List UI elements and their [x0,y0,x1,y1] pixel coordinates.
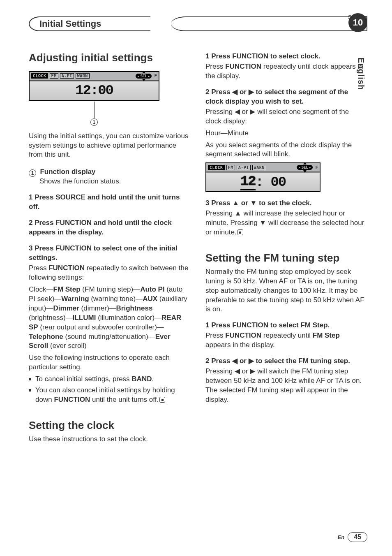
right-clock-step-2-desc3: As you select segments of the clock disp… [205,141,366,160]
left-step-3-desc2: Use the following instructions to operat… [29,353,189,372]
left-step-3: 3 Press FUNCTION to select one of the in… [29,244,189,263]
footer-lang: En [338,534,345,540]
right-clock-step-1: 1 Press FUNCTION to select clock. [205,52,366,61]
bullet-cancel-band: To cancel initial settings, press BAND. [29,375,189,384]
lcd-time-readout: 12:00 [30,81,159,100]
left-step-1: 1 Press SOURCE and hold until the unit t… [29,193,189,212]
callout-circle-1-icon: 1 [90,118,98,126]
down-arrow-icon [142,79,145,81]
right-clock-step-3-desc: Pressing ▲ will increase the selected ho… [205,209,366,237]
lcd2-tag-fm: FM [226,165,235,170]
section-end-icon [238,229,243,235]
lcd2-f-label: F [315,165,318,170]
section-end-icon [159,397,165,403]
sel-indicator: ▸SEL▸ [297,165,313,170]
lcd2-tag-clock: CLOCK [208,165,225,170]
up-arrow-icon [303,162,307,164]
lcd-tag-warn: WARN [76,73,90,79]
lcd2-time-readout: 12: 00 [206,172,320,191]
fm-intro: Normally the FM tuning step employed by … [205,267,366,315]
display-illustration-2: CLOCK FM A-PI WARN ▸SEL▸ F 12: 00 [205,162,321,192]
fm-step-2: 2 Press ◀ or ▶ to select the FM tuning s… [205,357,366,366]
heading-setting-the-clock: Setting the clock [29,419,189,431]
language-side-label: English [356,58,366,90]
right-column: 1 Press FUNCTION to select clock. Press … [205,52,366,447]
header-tab-row: Initial Settings 10 [29,16,367,31]
right-clock-step-3: 3 Press ▲ or ▼ to set the clock. [205,199,366,208]
heading-adjusting-initial-settings: Adjusting initial settings [29,52,189,64]
lcd-tag-api: A-PI [60,73,74,79]
header-tab-right [171,16,367,31]
callout-number-icon: 1 [29,169,36,177]
right-clock-step-1-desc: Press FUNCTION repeatedly until clock ap… [205,62,366,81]
bullet-icon [29,389,31,392]
callout-function-display-desc: Shows the function status. [39,177,189,186]
right-clock-step-2-desc2: Hour—Minute [205,129,366,138]
right-clock-step-2: 2 Press ◀ or ▶ to select the segment of … [205,88,366,107]
lcd2-tag-api: A-PI [237,165,251,170]
sel-indicator: ▸SEL▸ [136,74,152,79]
settings-sequence-list: Clock—FM Step (FM tuning step)—Auto PI (… [29,285,189,351]
down-arrow-icon [303,170,307,173]
right-clock-step-2-desc1: Pressing ◀ or ▶ will select one segment … [205,107,366,126]
section-number-badge: 10 [348,13,367,32]
bullet-cancel-function: You can also cancel initial settings by … [29,386,189,405]
bullet-icon [29,378,31,380]
page-footer: En 45 [338,532,367,542]
fm-step-1: 1 Press FUNCTION to select FM Step. [205,321,366,330]
lcd-tag-fm: FM [50,73,58,79]
section-title-tab: Initial Settings [29,16,150,31]
intro-paragraph: Using the initial settings, you can cust… [29,132,189,160]
clock-intro: Use these instructions to set the clock. [29,435,189,444]
up-arrow-icon [142,71,145,73]
fm-step-1-desc: Press FUNCTION repeatedly until FM Step … [205,331,366,350]
heading-setting-fm-tuning-step: Setting the FM tuning step [205,252,366,264]
left-step-2: 2 Press FUNCTION and hold until the cloc… [29,218,189,237]
lcd-f-label: F [154,73,157,79]
left-column: Adjusting initial settings CLOCK FM A-PI… [29,52,189,447]
left-step-3-desc: Press FUNCTION repeatedly to switch betw… [29,264,189,283]
callout-function-display: 1 Function display [29,168,189,177]
lcd-tag-clock: CLOCK [31,73,48,79]
lcd2-tag-warn: WARN [252,165,266,170]
fm-step-2-desc: Pressing ◀ or ▶ will switch the FM tunin… [205,367,366,405]
lcd-callout-line: 1 [29,102,159,126]
page-number-badge: 45 [348,532,367,542]
display-illustration-1: CLOCK FM A-PI WARN ▸SEL▸ F 12:00 [29,71,159,101]
